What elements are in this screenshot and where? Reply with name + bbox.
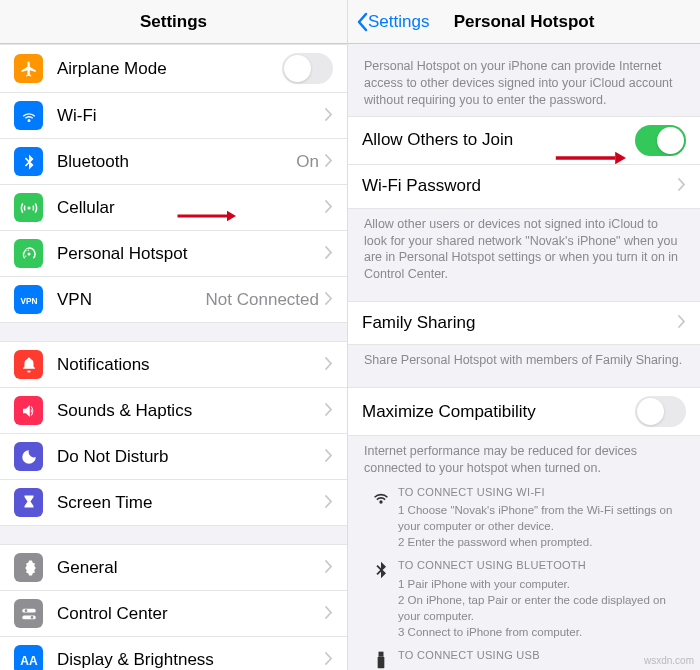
instruction-text: TO CONNECT USING BLUETOOTH1 Pair iPhone … [398, 558, 684, 640]
row-display-brightness[interactable]: Display & Brightness [0, 637, 347, 670]
row-label: Maximize Compatibility [362, 402, 635, 422]
chevron-right-icon [678, 177, 686, 195]
chevron-right-icon [325, 291, 333, 309]
chevron-right-icon [325, 402, 333, 420]
row-wi-fi[interactable]: Wi-Fi [0, 93, 347, 139]
back-label: Settings [368, 12, 429, 32]
row-wi-fi-password[interactable]: Wi-Fi Password [348, 165, 700, 209]
instruction-step: 1 Choose "Novak's iPhone" from the Wi-Fi… [398, 502, 684, 534]
row-label: Personal Hotspot [57, 244, 325, 264]
row-sounds-haptics[interactable]: Sounds & Haptics [0, 388, 347, 434]
row-label: Control Center [57, 604, 325, 624]
settings-title: Settings [140, 12, 207, 32]
intro-text: Personal Hotspot on your iPhone can prov… [348, 44, 700, 116]
bluetooth-icon [14, 147, 43, 176]
row-label: Wi-Fi [57, 106, 325, 126]
row-value: Not Connected [206, 290, 319, 310]
back-button[interactable]: Settings [356, 12, 429, 32]
hourglass-icon [14, 488, 43, 517]
row-allow-others-to-join: Allow Others to Join [348, 116, 700, 165]
row-label: Bluetooth [57, 152, 296, 172]
chevron-right-icon [325, 199, 333, 217]
row-label: Notifications [57, 355, 325, 375]
allow-others-footer: Allow other users or devices not signed … [348, 209, 700, 284]
chevron-right-icon [325, 245, 333, 263]
row-control-center[interactable]: Control Center [0, 591, 347, 637]
instruction-step: 2 On iPhone, tap Pair or enter the code … [398, 592, 684, 624]
toggle[interactable] [282, 53, 333, 84]
row-airplane-mode: Airplane Mode [0, 44, 347, 93]
row-family-sharing[interactable]: Family Sharing [348, 301, 700, 345]
instruction-heading: TO CONNECT USING BLUETOOTH [398, 558, 684, 573]
hotspot-pane: Settings Personal Hotspot Personal Hotsp… [348, 0, 700, 670]
hotspot-title: Personal Hotspot [454, 12, 595, 32]
instruction-step: 1 Pair iPhone with your computer. [398, 576, 684, 592]
chevron-right-icon [678, 314, 686, 332]
toggle[interactable] [635, 396, 686, 427]
compat-footer: Internet performance may be reduced for … [348, 436, 700, 477]
row-maximize-compatibility: Maximize Compatibility [348, 387, 700, 436]
row-label: Wi-Fi Password [362, 176, 678, 196]
row-label: Family Sharing [362, 313, 678, 333]
switches-icon [14, 599, 43, 628]
row-cellular[interactable]: Cellular [0, 185, 347, 231]
airplane-icon [14, 54, 43, 83]
arrow-annotation-hotspot [176, 206, 236, 226]
sound-icon [14, 396, 43, 425]
row-label: Display & Brightness [57, 650, 325, 670]
row-label: Screen Time [57, 493, 325, 513]
chevron-left-icon [356, 12, 368, 32]
chevron-right-icon [325, 559, 333, 577]
instruction-wifi: TO CONNECT USING WI-FI1 Choose "Novak's … [364, 485, 684, 551]
instruction-text: TO CONNECT USING USB1 Plug iPhone into y… [398, 648, 684, 670]
watermark: wsxdn.com [644, 655, 694, 666]
row-screen-time[interactable]: Screen Time [0, 480, 347, 526]
family-sharing-footer: Share Personal Hotspot with members of F… [348, 345, 700, 369]
cellular-icon [14, 193, 43, 222]
row-general[interactable]: General [0, 544, 347, 591]
row-label: Airplane Mode [57, 59, 282, 79]
row-value: On [296, 152, 319, 172]
instruction-step: 2 Enter the password when prompted. [398, 534, 684, 550]
bell-icon [14, 350, 43, 379]
chevron-right-icon [325, 494, 333, 512]
chevron-right-icon [325, 356, 333, 374]
hotspot-header: Settings Personal Hotspot [348, 0, 700, 44]
toggle[interactable] [635, 125, 686, 156]
gear-icon [14, 553, 43, 582]
instruction-text: TO CONNECT USING WI-FI1 Choose "Novak's … [398, 485, 684, 551]
chevron-right-icon [325, 605, 333, 623]
display-icon [14, 645, 43, 670]
wifi-icon [14, 101, 43, 130]
moon-icon [14, 442, 43, 471]
settings-pane: Settings Airplane ModeWi-FiBluetoothOnCe… [0, 0, 348, 670]
instruction-heading: TO CONNECT USING WI-FI [398, 485, 684, 500]
bt-instruction-icon [364, 558, 398, 580]
hotspot-icon [14, 239, 43, 268]
row-label: Sounds & Haptics [57, 401, 325, 421]
row-label: Do Not Disturb [57, 447, 325, 467]
instruction-step: 3 Connect to iPhone from computer. [398, 624, 684, 640]
chevron-right-icon [325, 448, 333, 466]
row-personal-hotspot[interactable]: Personal Hotspot [0, 231, 347, 277]
row-bluetooth[interactable]: BluetoothOn [0, 139, 347, 185]
instruction-heading: TO CONNECT USING USB [398, 648, 684, 663]
instruction-step: 1 Plug iPhone into your computer. [398, 666, 684, 670]
usb-instruction-icon [364, 648, 398, 670]
chevron-right-icon [325, 107, 333, 125]
row-label: VPN [57, 290, 206, 310]
row-do-not-disturb[interactable]: Do Not Disturb [0, 434, 347, 480]
instruction-bt: TO CONNECT USING BLUETOOTH1 Pair iPhone … [364, 558, 684, 640]
row-vpn[interactable]: VPNNot Connected [0, 277, 347, 323]
arrow-annotation-toggle [554, 148, 626, 168]
instruction-usb: TO CONNECT USING USB1 Plug iPhone into y… [364, 648, 684, 670]
row-notifications[interactable]: Notifications [0, 341, 347, 388]
chevron-right-icon [325, 153, 333, 171]
chevron-right-icon [325, 651, 333, 669]
settings-header: Settings [0, 0, 347, 44]
row-label: General [57, 558, 325, 578]
vpn-icon [14, 285, 43, 314]
wifi-instruction-icon [364, 485, 398, 507]
